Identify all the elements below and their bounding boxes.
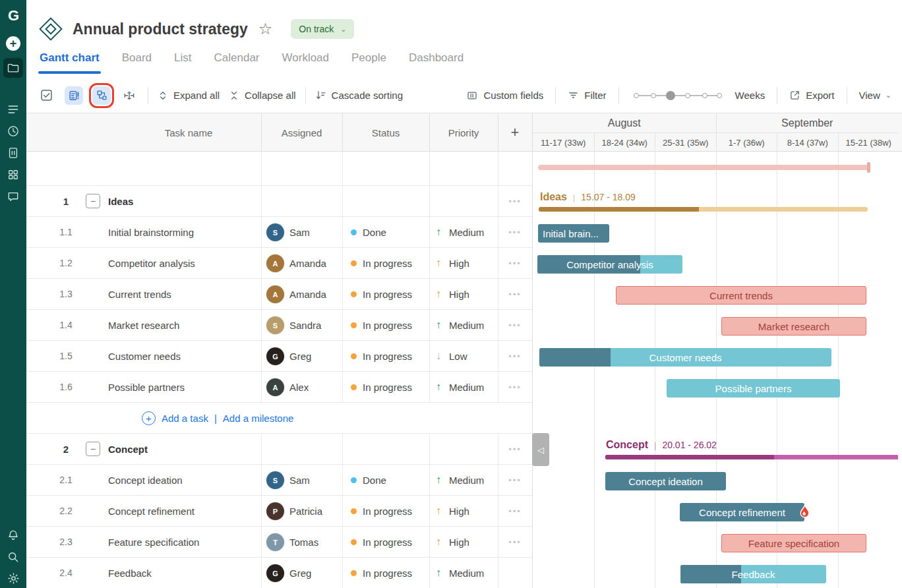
- column-divider[interactable]: [429, 113, 430, 152]
- collapse-all-button[interactable]: Collapse all: [229, 90, 296, 101]
- task-name[interactable]: Concept refinement: [108, 496, 195, 526]
- task-name[interactable]: Competitor analysis: [108, 248, 195, 278]
- column-divider[interactable]: [261, 113, 262, 152]
- status-label[interactable]: In progress: [363, 558, 412, 588]
- table-collapse-handle[interactable]: ◁: [532, 433, 549, 466]
- row-menu-button[interactable]: •••: [498, 217, 532, 247]
- add-button[interactable]: +: [0, 33, 26, 54]
- custom-fields-button[interactable]: Custom fields: [466, 90, 543, 102]
- tab-calendar[interactable]: Calendar: [214, 51, 260, 74]
- row-menu-button[interactable]: •••: [498, 248, 532, 278]
- priority-label[interactable]: High: [449, 496, 469, 526]
- status-label[interactable]: In progress: [363, 372, 412, 402]
- gantt-bar-possible-partners[interactable]: Possible partners: [667, 379, 840, 397]
- row-menu-button[interactable]: •••: [498, 310, 532, 340]
- task-name[interactable]: Market research: [108, 310, 179, 340]
- group-summary-bar[interactable]: [605, 455, 898, 459]
- sidebar-item-history[interactable]: [0, 121, 26, 142]
- gantt-bar-market-research[interactable]: Market research: [721, 317, 866, 336]
- dependencies-button-highlighted[interactable]: [92, 86, 111, 105]
- slider-stop[interactable]: [685, 93, 690, 98]
- task-name[interactable]: Feedback: [108, 558, 152, 588]
- status-label[interactable]: In progress: [363, 341, 412, 371]
- column-header-priority[interactable]: Priority: [429, 113, 498, 152]
- priority-label[interactable]: High: [449, 279, 469, 309]
- task-name[interactable]: Possible partners: [108, 372, 185, 402]
- timeline-zoom-slider[interactable]: [634, 91, 721, 100]
- slider-stop[interactable]: [634, 93, 639, 98]
- sidebar-item-notifications[interactable]: [0, 525, 26, 546]
- sidebar-item-settings[interactable]: [0, 568, 26, 588]
- column-divider[interactable]: [498, 113, 498, 152]
- row-menu-button[interactable]: •••: [498, 465, 532, 495]
- sidebar-item-tasks[interactable]: [0, 99, 26, 120]
- status-label[interactable]: In progress: [363, 279, 412, 309]
- priority-label[interactable]: Medium: [449, 372, 484, 402]
- sidebar-item-projects[interactable]: [3, 58, 23, 78]
- group-summary-bar[interactable]: [539, 207, 868, 212]
- tab-list[interactable]: List: [174, 51, 191, 74]
- row-menu-button[interactable]: •••: [498, 527, 532, 557]
- add-milestone-link[interactable]: Add a milestone: [223, 413, 294, 424]
- app-logo[interactable]: G: [0, 5, 26, 26]
- gantt-bar-feature-specification[interactable]: Feature specification: [721, 534, 866, 552]
- priority-label[interactable]: Medium: [449, 465, 484, 495]
- filter-button[interactable]: Filter: [568, 90, 606, 101]
- status-label[interactable]: In progress: [363, 248, 412, 278]
- status-label[interactable]: In progress: [363, 496, 412, 526]
- slider-stop[interactable]: [702, 93, 707, 98]
- priority-label[interactable]: Medium: [449, 310, 484, 340]
- status-label[interactable]: In progress: [363, 527, 412, 557]
- sidebar-item-search[interactable]: [0, 546, 26, 568]
- status-badge[interactable]: On track ⌄: [291, 19, 354, 39]
- column-header-status[interactable]: Status: [342, 113, 429, 152]
- slider-stop[interactable]: [651, 93, 656, 98]
- priority-label[interactable]: Medium: [449, 217, 484, 247]
- favorite-star-icon[interactable]: ☆: [258, 20, 273, 38]
- expand-all-button[interactable]: Expand all: [158, 90, 220, 101]
- tab-board[interactable]: Board: [122, 51, 152, 74]
- gantt-bar-competitor-analysis[interactable]: Competitor analysis: [537, 255, 682, 274]
- priority-label[interactable]: High: [449, 527, 469, 557]
- column-header-assigned[interactable]: Assigned: [261, 113, 342, 152]
- tab-dashboard[interactable]: Dashboard: [409, 51, 464, 74]
- task-name[interactable]: Current trends: [108, 279, 171, 309]
- status-label[interactable]: In progress: [363, 310, 412, 340]
- gantt-bar-feedback[interactable]: Feedback: [680, 565, 826, 583]
- column-divider[interactable]: [342, 113, 343, 152]
- add-column-button[interactable]: +: [498, 113, 532, 152]
- gantt-bar-concept-refinement[interactable]: Concept refinement: [680, 503, 804, 521]
- add-task-link[interactable]: Add a task: [162, 413, 208, 424]
- auto-fit-columns-button[interactable]: [120, 86, 138, 105]
- task-name[interactable]: Feature specification: [108, 527, 199, 557]
- slider-stop[interactable]: [717, 93, 722, 98]
- select-tasks-checkbox[interactable]: [37, 86, 55, 105]
- status-label[interactable]: Done: [363, 217, 386, 247]
- task-name[interactable]: Concept ideation: [108, 465, 183, 495]
- sidebar-item-comments[interactable]: [0, 186, 26, 207]
- tab-people[interactable]: People: [351, 51, 386, 74]
- tab-workload[interactable]: Workload: [282, 51, 330, 74]
- priority-label[interactable]: Low: [449, 341, 467, 371]
- priority-label[interactable]: High: [449, 248, 469, 278]
- gantt-bar-initial-brain-[interactable]: Initial brain...: [538, 224, 609, 243]
- view-button[interactable]: View ⌄: [859, 90, 891, 101]
- gantt-bar-customer-needs[interactable]: Customer needs: [539, 348, 831, 367]
- tab-gantt-chart[interactable]: Gantt chart: [40, 51, 100, 74]
- slider-handle[interactable]: [666, 91, 675, 100]
- export-button[interactable]: Export: [789, 90, 834, 101]
- priority-label[interactable]: Medium: [449, 558, 484, 588]
- collapse-group-button[interactable]: −: [86, 194, 100, 208]
- status-label[interactable]: Done: [363, 465, 386, 495]
- sidebar-item-reports[interactable]: [0, 142, 26, 163]
- sidebar-item-apps[interactable]: [0, 164, 26, 185]
- row-menu-button[interactable]: •••: [498, 372, 532, 402]
- row-menu-button[interactable]: •••: [498, 434, 532, 464]
- gantt-bar-concept-ideation[interactable]: Concept ideation: [605, 472, 726, 490]
- row-menu-button[interactable]: •••: [498, 186, 532, 216]
- collapse-group-button[interactable]: −: [86, 442, 100, 456]
- gantt-bar-current-trends[interactable]: Current trends: [616, 286, 866, 305]
- row-menu-button[interactable]: •••: [498, 279, 532, 309]
- column-header-task-name[interactable]: Task name: [90, 113, 287, 152]
- critical-path-button[interactable]: [65, 86, 83, 105]
